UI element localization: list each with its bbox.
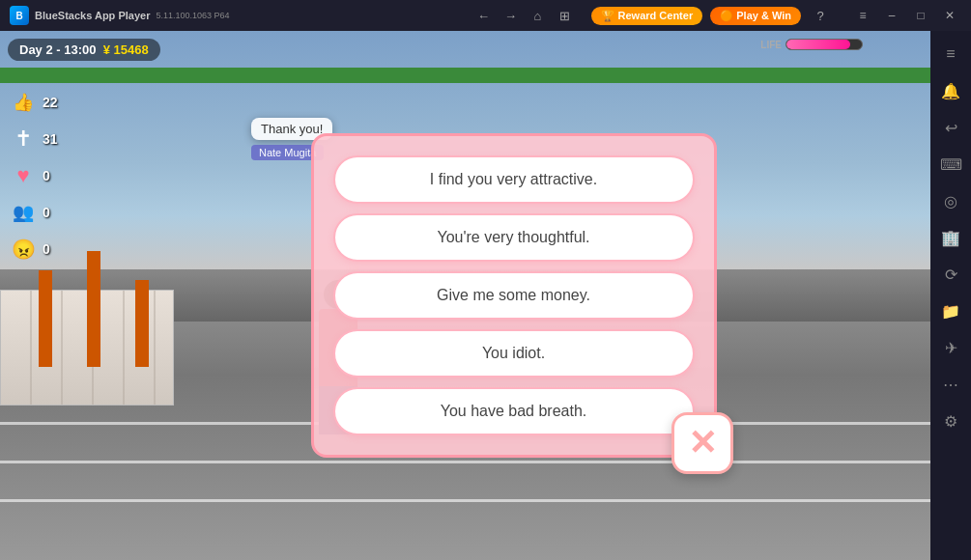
sidebar-settings-btn[interactable]: ⚙	[933, 404, 968, 438]
sidebar-menu-btn[interactable]: ≡	[933, 37, 968, 71]
sidebar-airplane-btn[interactable]: ✈	[933, 330, 968, 365]
nav-grid-btn[interactable]: ⊞	[553, 4, 576, 27]
minimize-button[interactable]: –	[878, 6, 905, 25]
bluestacks-logo: B	[10, 6, 29, 25]
dialog-option-3[interactable]: Give me some money.	[333, 271, 695, 320]
title-bar-left: B BlueStacks App Player 5.11.100.1063 P6…	[0, 6, 466, 25]
dialog-option-2[interactable]: You're very thoughtful.	[333, 213, 695, 262]
dialog-box: I find you very attractive. You're very …	[311, 133, 717, 458]
maximize-button[interactable]: □	[907, 6, 934, 25]
window-controls: ≡ – □ ✕	[842, 6, 971, 25]
sidebar-notifications-btn[interactable]: 🔔	[933, 73, 968, 108]
nav-buttons: ← → ⌂ ⊞	[466, 4, 582, 27]
dialog-option-1[interactable]: I find you very attractive.	[333, 155, 695, 204]
nav-home-btn[interactable]: ⌂	[526, 4, 549, 27]
play-win-button[interactable]: 🟠 Play & Win	[710, 7, 801, 25]
sidebar-refresh-btn[interactable]: ⟳	[933, 257, 968, 292]
dialog-overlay: I find you very attractive. You're very …	[0, 31, 930, 560]
game-area: Day 2 - 13:00 ¥ 15468 LIFE 👍 22 ✝ 31 ♥	[0, 31, 930, 560]
right-sidebar: ≡ 🔔 ↩ ⌨ ◎ 🏢 ⟳ 📁 ✈ ⋯ ⚙	[930, 31, 971, 560]
app-name: BlueStacks App Player	[35, 10, 150, 21]
sidebar-rotate-btn[interactable]: ↩	[933, 110, 968, 145]
nav-back-btn[interactable]: ←	[471, 4, 495, 27]
sidebar-camera-btn[interactable]: ◎	[933, 183, 968, 218]
main-content: Day 2 - 13:00 ¥ 15468 LIFE 👍 22 ✝ 31 ♥	[0, 31, 971, 560]
close-button[interactable]: ✕	[936, 6, 963, 25]
menu-button[interactable]: ≡	[849, 6, 876, 25]
reward-center-button[interactable]: 🏆 Reward Center	[591, 7, 702, 25]
help-button[interactable]: ?	[809, 4, 832, 27]
title-bar: B BlueStacks App Player 5.11.100.1063 P6…	[0, 0, 971, 31]
close-x-icon: ✕	[688, 426, 717, 461]
dialog-option-4[interactable]: You idiot.	[333, 329, 695, 378]
nav-forward-btn[interactable]: →	[499, 4, 522, 27]
title-bar-center: 🏆 Reward Center 🟠 Play & Win ?	[582, 4, 842, 27]
dialog-option-5[interactable]: You have bad breath.	[333, 387, 695, 435]
sidebar-keyboard-btn[interactable]: ⌨	[933, 147, 968, 182]
sidebar-apps-btn[interactable]: 🏢	[933, 220, 968, 255]
app-version: 5.11.100.1063 P64	[156, 11, 229, 20]
close-dialog-button[interactable]: ✕	[671, 412, 733, 474]
sidebar-folder-btn[interactable]: 📁	[933, 294, 968, 328]
sidebar-more-btn[interactable]: ⋯	[933, 367, 968, 402]
